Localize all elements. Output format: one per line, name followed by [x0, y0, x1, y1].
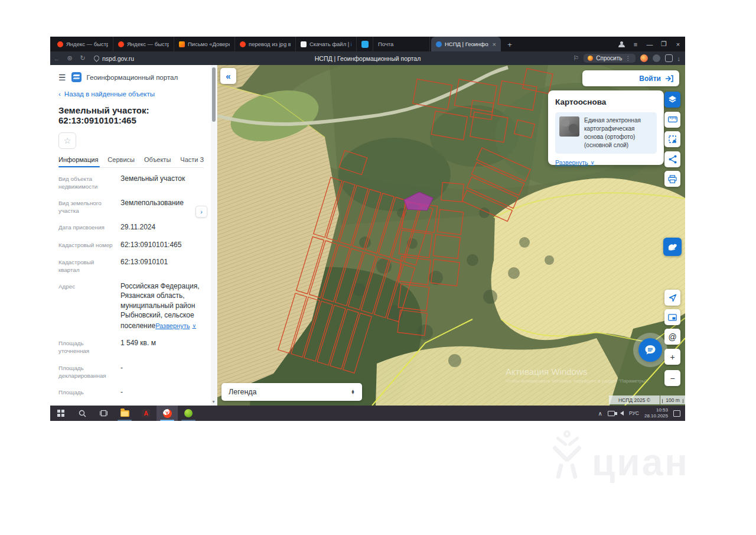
protect-icon[interactable]: ⊛ — [63, 54, 76, 62]
zoom-out-button[interactable]: − — [664, 370, 680, 386]
login-button[interactable]: Войти — [582, 70, 679, 86]
clock[interactable]: 10:5328.10.2025 — [644, 407, 668, 419]
refresh-icon[interactable]: ↻ — [76, 54, 89, 62]
blue-square-favicon-icon — [361, 41, 369, 48]
legend-bar[interactable]: Легенда ▲▼ — [221, 383, 362, 401]
field-row: Кадастровый номер62:13:0910101:465 — [58, 236, 204, 253]
map-canvas[interactable]: « Войти Картооснова Единая электронная к… — [217, 65, 685, 406]
window-controls: ≡ — ❐ × — [614, 37, 685, 51]
nspd-favicon-icon — [436, 41, 442, 47]
scrollbar-thumb[interactable] — [212, 67, 216, 122]
share-button[interactable] — [664, 151, 680, 167]
close-button[interactable]: × — [671, 37, 685, 51]
layers-button[interactable] — [664, 92, 680, 108]
ask-alice-button[interactable]: Спросить ⋮ — [584, 54, 635, 63]
sidebar-tab-3[interactable]: Объекты — [144, 156, 171, 163]
zoom-in-button[interactable]: + — [664, 349, 680, 365]
minimap-button[interactable] — [664, 309, 680, 325]
field-label: Вид земельного участка — [58, 198, 113, 215]
green-app-button[interactable] — [178, 406, 199, 421]
favorite-button[interactable]: ☆ — [58, 132, 76, 149]
back-icon[interactable]: ← — [50, 55, 63, 62]
support-chat-button[interactable] — [638, 338, 662, 362]
tab-label: перевод из jpg в pdf — Я — [249, 41, 291, 47]
url-text: nspd.gov.ru — [102, 55, 134, 62]
tabs-scroll-right-button[interactable]: › — [195, 206, 207, 218]
sidebar-tab-4[interactable]: Части ЗУ — [180, 156, 204, 163]
back-chevron-icon: ‹ — [58, 90, 61, 98]
action-center-icon[interactable] — [673, 410, 680, 417]
collapse-sidebar-button[interactable]: « — [220, 68, 236, 84]
back-to-results-link[interactable]: ‹ Назад в найденные объекты — [58, 90, 204, 98]
browser-tab[interactable]: Скачать файл | iLovePDF — [296, 37, 357, 51]
field-row: СтатусУчтенный — [58, 401, 204, 406]
tab-close-icon[interactable]: × — [491, 41, 496, 48]
browser-tab[interactable] — [357, 37, 373, 51]
alice-icon — [588, 56, 593, 61]
select-area-button[interactable] — [664, 131, 680, 147]
file-explorer-button[interactable] — [114, 406, 135, 421]
field-row: Кадастровый квартал62:13:0910101 — [58, 253, 204, 277]
start-button[interactable] — [50, 406, 71, 421]
sidebar-tab-2[interactable]: Сервисы — [107, 156, 135, 163]
mention-button[interactable]: @ — [664, 329, 680, 345]
browser-tab[interactable]: Письмо «Доверенность» — [174, 37, 235, 51]
extension-icon-2[interactable] — [653, 54, 660, 62]
active-tab[interactable]: НСПД | Геоинформаци× — [431, 37, 501, 51]
sidebar-scrollbar[interactable]: ▾ — [211, 65, 216, 406]
minimize-button[interactable]: — — [643, 37, 657, 51]
download-icon[interactable]: ↓ — [677, 55, 681, 62]
cian-logo-icon — [549, 430, 584, 480]
tab-label: Письмо «Доверенность» — [188, 41, 230, 47]
field-row: Дата присвоения29.11.2024 — [58, 219, 204, 236]
field-value: Российская Федерация, Рязанская область,… — [120, 281, 204, 330]
sidebar-tabs: ИнформацияСервисыОбъектыЧасти ЗУСоста — [58, 156, 204, 168]
expand-address-link[interactable]: Развернуть∨ — [155, 322, 196, 330]
site-pin-icon — [93, 54, 100, 62]
network-icon[interactable] — [608, 411, 615, 416]
screen: Яндекс — быстрый поискЯндекс — быстрый п… — [0, 0, 756, 535]
ruler-icon — [668, 116, 677, 122]
tab-label: Скачать файл | iLovePDF — [309, 41, 351, 47]
tray-expand-icon[interactable]: ∧ — [598, 410, 602, 417]
sidebar-tab-1[interactable]: Информация — [58, 156, 98, 163]
browser-menu-button[interactable]: ≡ — [628, 37, 643, 51]
geolocation-button[interactable] — [664, 290, 680, 306]
extension-icon-1[interactable] — [640, 54, 648, 62]
field-row: Площадь уточненная1 549 кв. м — [58, 335, 204, 359]
geolocation-icon — [669, 294, 677, 302]
browser-window: Яндекс — быстрый поискЯндекс — быстрый п… — [50, 37, 685, 406]
field-value: 62:13:0910101:465 — [120, 240, 204, 249]
keyboard-language[interactable]: РУС — [629, 410, 639, 416]
url-field[interactable]: nspd.gov.ru — [94, 55, 134, 62]
task-view-button[interactable] — [93, 406, 114, 421]
profile-icon[interactable] — [614, 37, 628, 51]
print-button[interactable] — [664, 171, 680, 187]
field-value: 1 549 кв. м — [120, 338, 204, 355]
new-tab-button[interactable]: + — [503, 38, 516, 51]
legend-toggle-icon[interactable]: ▲▼ — [351, 390, 355, 394]
bookmark-icon[interactable]: ⚐ — [573, 54, 579, 62]
browser-tab[interactable]: перевод из jpg в pdf — Я — [235, 37, 296, 51]
expand-basemap-link[interactable]: Развернуть ∨ — [555, 159, 594, 166]
assistant-button[interactable] — [663, 238, 682, 256]
basemap-layer-item[interactable]: Единая электронная картографическая осно… — [555, 112, 657, 154]
field-row: Вид земельного участкаЗемлепользование — [58, 194, 204, 218]
acrobat-button[interactable]: A — [135, 406, 157, 421]
collections-icon[interactable] — [665, 54, 673, 62]
system-tray: ∧ РУС 10:5328.10.2025 — [598, 407, 685, 419]
ruler-button[interactable] — [664, 112, 680, 128]
field-row: АдресРоссийская Федерация, Рязанская обл… — [58, 278, 204, 335]
scroll-down-icon[interactable]: ▾ — [211, 399, 216, 404]
yandex-browser-button[interactable] — [157, 406, 178, 421]
field-value: 29.11.2024 — [120, 222, 204, 232]
restore-button[interactable]: ❐ — [657, 37, 671, 51]
taskbar-search-button[interactable] — [71, 406, 93, 421]
browser-tab[interactable]: Яндекс — быстрый поиск — [53, 37, 113, 51]
browser-tab[interactable]: Почта — [373, 37, 430, 51]
share-icon — [669, 155, 677, 164]
ask-more-icon[interactable]: ⋮ — [625, 55, 631, 61]
hamburger-menu-icon[interactable]: ☰ — [58, 73, 66, 82]
speaker-icon[interactable] — [620, 411, 624, 416]
browser-tab[interactable]: Яндекс — быстрый поиск — [113, 37, 174, 51]
